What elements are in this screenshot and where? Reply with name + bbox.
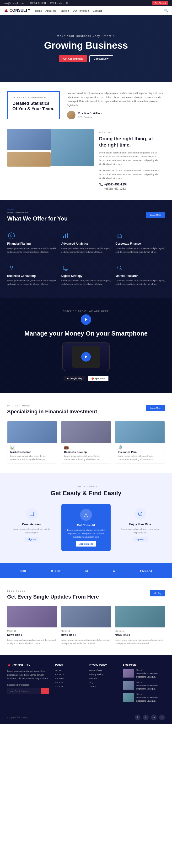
services-heading: OUR SERVICES What We Offer for You bbox=[7, 210, 67, 222]
phone-number-1: +(507)-452-1254 bbox=[105, 183, 127, 186]
footer-news-img-1 bbox=[123, 681, 134, 690]
top-bar-info: info@example.com +012 3456 78 91 123, Lo… bbox=[4, 2, 68, 4]
news-desc-2: Lorem ipsum adipiscing adipiscing sed do… bbox=[115, 639, 165, 645]
feature-content-0: 📊 Market Research Lorem ipsum dolor sit … bbox=[7, 443, 57, 464]
how-icon-1 bbox=[80, 509, 92, 521]
twitter-icon[interactable]: t bbox=[143, 715, 149, 720]
service-desc-5: Lorem ipsum dolor sit et, consectetur ad… bbox=[115, 279, 165, 286]
footer-link-contact[interactable]: Contact bbox=[55, 685, 83, 688]
apple-store-button[interactable]: 🍎 App Store bbox=[88, 376, 109, 381]
news-name-1[interactable]: News Title 2 bbox=[61, 633, 111, 637]
footer-link-home[interactable]: Home bbox=[55, 669, 83, 672]
images-col-2 bbox=[51, 129, 94, 193]
feature-icon-1: 💼 bbox=[64, 445, 108, 450]
news-desc-0: Lorem ipsum adipiscing adipiscing sed do… bbox=[7, 639, 57, 645]
footer-link-services[interactable]: Services bbox=[55, 677, 83, 680]
subscribe-input[interactable] bbox=[7, 688, 41, 694]
how-step-btn-0[interactable]: Sign Up bbox=[24, 537, 39, 542]
news-card-0: March 11 News Title 1 Lorem ipsum adipis… bbox=[7, 606, 57, 645]
news-title: Get Every Single Updates From Here bbox=[7, 593, 99, 600]
news-date-1: March 11 bbox=[61, 630, 111, 632]
footer-link-careers[interactable]: Careers bbox=[89, 685, 117, 688]
phone-mockup bbox=[62, 342, 110, 371]
hero-buttons: Get Appointment Contact Now bbox=[59, 55, 113, 62]
footer-news-text-2: March 11 News title consectetur adipisci… bbox=[136, 693, 165, 702]
svg-text:$: $ bbox=[10, 234, 12, 238]
news-name-0[interactable]: News Title 1 bbox=[7, 633, 57, 637]
email: info@example.com bbox=[4, 2, 24, 4]
how-card-2: Enjoy Your Ride Lorem ipsum dolor sit am… bbox=[115, 504, 165, 546]
service-desc-2: Lorem ipsum dolor sit et, consectetur ad… bbox=[115, 247, 165, 254]
service-desc-4: Lorem ipsum dolor sit et, consectetur ad… bbox=[61, 279, 111, 286]
google-play-label: Google Play bbox=[69, 377, 82, 380]
email-icon[interactable]: ✉ bbox=[159, 715, 165, 720]
linkedin-icon[interactable]: in bbox=[151, 715, 157, 720]
how-step-btn-2[interactable]: Sign Up bbox=[133, 537, 148, 542]
services-grid: $ Financial Planing Lorem ipsum dolor si… bbox=[7, 229, 165, 288]
doing-text: WHAT WE DO Doing the right thing, at the… bbox=[94, 129, 165, 193]
footer-link-about[interactable]: About Us bbox=[55, 673, 83, 676]
features-grid: 📊 Market Research Lorem ipsum dolor sit … bbox=[7, 421, 165, 464]
footer-logo-icon bbox=[7, 663, 11, 667]
footer-link-terms[interactable]: Terms of Use bbox=[89, 669, 117, 672]
financial-icon: $ bbox=[7, 231, 16, 240]
features-learn-more-button[interactable]: Learn More bbox=[146, 405, 165, 411]
footer-link-support[interactable]: Support bbox=[89, 677, 117, 680]
services-section: OUR SERVICES What We Offer for You Learn… bbox=[0, 200, 172, 298]
footer-news-date-2: March 11 bbox=[136, 693, 165, 695]
footer-bottom: Copyright © Consulty f t in ✉ bbox=[7, 711, 165, 720]
search-icon[interactable]: 🔍 bbox=[164, 8, 168, 12]
footer-link-portfolio[interactable]: Portfolio bbox=[55, 681, 83, 684]
nav-pages[interactable]: Pages ▾ bbox=[59, 9, 69, 12]
service-card-financial: $ Financial Planing Lorem ipsum dolor si… bbox=[7, 229, 57, 256]
nav-contact[interactable]: Contact bbox=[93, 9, 102, 12]
feature-card-1: 💼 Business Develop Lorem ipsum dolor sit… bbox=[61, 421, 111, 464]
how-step-name-0: Creat Account bbox=[9, 523, 54, 526]
news-card-1: March 11 News Title 2 Lorem ipsum adipis… bbox=[61, 606, 111, 645]
footer-news-title-2[interactable]: News title consectetur adipiscing ut ali… bbox=[136, 696, 165, 702]
doing-section: WHAT WE DO Doing the right thing, at the… bbox=[0, 129, 172, 200]
contact-now-button[interactable]: Contact Now bbox=[89, 55, 113, 62]
nav-about[interactable]: About Us bbox=[46, 9, 56, 12]
subscribe-button[interactable]: → bbox=[41, 688, 49, 694]
footer-news-title-1[interactable]: News title consectetur adipiscing ut ali… bbox=[136, 684, 165, 690]
how-step-btn-1[interactable]: Appointment bbox=[76, 541, 96, 547]
stats-left: 25 YEARS EXPERIENCE Detailed Statistics … bbox=[7, 91, 60, 119]
services-title: What We Offer for You bbox=[7, 215, 67, 222]
footer-desc: Lorem ipsum dolor sit amet, consectetur … bbox=[7, 670, 49, 680]
how-card-featured: Get Consultit Lorem ipsum dolor sit amet… bbox=[61, 504, 111, 551]
footer-col-blog: Blog Posts March 11 News title consectet… bbox=[123, 663, 165, 705]
footer-news-img-0 bbox=[123, 669, 134, 678]
hero-subtitle: Make Your Business Very Smart & bbox=[57, 34, 115, 38]
feature-icon-2: 🛡️ bbox=[118, 445, 162, 450]
services-learn-more-button[interactable]: Learn More bbox=[146, 212, 165, 218]
feature-desc-1: Lorem ipsum dolor sit of some things, co… bbox=[64, 455, 108, 461]
footer-link-privacy[interactable]: Privacy Policy bbox=[89, 673, 117, 676]
nav-home[interactable]: Home bbox=[35, 9, 42, 12]
footer-news-img-2 bbox=[123, 693, 134, 702]
service-card-analytics: Advanced Analytics Lorem ipsum dolor sit… bbox=[61, 229, 111, 256]
news-name-2[interactable]: News Title 3 bbox=[115, 633, 165, 637]
footer-blog-title: Blog Posts bbox=[123, 663, 165, 666]
google-play-button[interactable]: ▶ Google Play bbox=[63, 376, 85, 381]
footer-col-pages: Pages Home About Us Services Portfolio C… bbox=[55, 663, 83, 705]
play-button[interactable] bbox=[81, 314, 91, 325]
get-started-button[interactable]: Get Started bbox=[152, 1, 168, 5]
service-name-2: Corporate Finance bbox=[115, 242, 165, 245]
facebook-icon[interactable]: f bbox=[135, 715, 140, 720]
get-appointment-button[interactable]: Get Appointment bbox=[59, 55, 87, 62]
service-card-corporate: Corporate Finance Lorem ipsum dolor sit … bbox=[115, 229, 165, 256]
footer-news-title-0[interactable]: News title consectetur adipiscing ut ali… bbox=[136, 672, 165, 678]
nav-portfolio[interactable]: Our Portfolio ▾ bbox=[73, 9, 90, 12]
stats-author: Rosalina D. William CEO, Consulty bbox=[67, 111, 165, 119]
footer-col-brand: CONSULTY Lorem ipsum dolor sit amet, con… bbox=[7, 663, 49, 705]
partner-4: FOSSAT bbox=[140, 569, 152, 572]
services-label: OUR SERVICES bbox=[7, 212, 67, 214]
footer-link-faq[interactable]: FAQ bbox=[89, 681, 117, 684]
subscribe-label: Subscribe For Updates bbox=[7, 684, 49, 686]
feature-card-0: 📊 Market Research Lorem ipsum dolor sit … bbox=[7, 421, 57, 464]
all-blog-button[interactable]: All Blog bbox=[150, 590, 165, 596]
footer-top: CONSULTY Lorem ipsum dolor sit amet, con… bbox=[7, 663, 165, 705]
apple-icon: 🍎 bbox=[91, 377, 94, 380]
feature-img-2 bbox=[115, 421, 165, 443]
